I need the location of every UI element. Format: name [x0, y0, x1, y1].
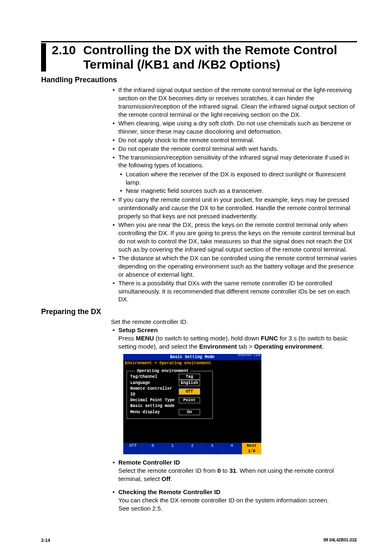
handling-precautions-heading: Handling Precautions: [41, 76, 357, 84]
list-item: If you carry the remote control unit in …: [111, 196, 357, 220]
doc-id: IM 04L42B01-01E: [323, 538, 357, 543]
list-item: Location where the receiver of the DX is…: [118, 170, 357, 187]
section-number: 2.10: [52, 43, 76, 58]
ethernet-link-icon: Ethernet Link: [238, 354, 261, 357]
setup-screen-heading: Setup Screen: [118, 326, 158, 333]
precautions-list: If the infrared signal output section of…: [111, 86, 357, 303]
list-item: When cleaning, wipe using a dry soft clo…: [111, 119, 357, 136]
softkey: 4: [222, 443, 242, 455]
list-item: Do not apply shock to the remote control…: [111, 136, 357, 144]
precautions-sublist: Location where the receiver of the DX is…: [118, 170, 357, 195]
prep-intro: Set the remote controller ID.: [111, 318, 357, 326]
softkey: 0: [143, 443, 163, 455]
scr-group-box: Operating environment Tag/ChannelTag Lan…: [127, 371, 213, 419]
remote-controller-id-heading: Remote Controller ID: [118, 459, 180, 466]
list-item: The transmission/reception sensitivity o…: [111, 153, 357, 195]
softkey: 2: [182, 443, 202, 455]
softkey: Off: [123, 443, 143, 455]
scr-breadcrumb: Environment > Operating environment: [123, 360, 261, 366]
page-footer: 2-14 IM 04L42B01-01E: [0, 538, 392, 543]
remote-controller-id-item: Remote Controller ID Select the remote c…: [111, 458, 357, 483]
title-bar-icon: [41, 43, 46, 72]
remote-controller-id-field: Off: [179, 388, 200, 395]
softkey-next: Next 1/6: [242, 443, 261, 455]
section-title: Controlling the DX with the Remote Contr…: [83, 43, 357, 72]
top-rule: [41, 41, 357, 42]
page-number: 2-14: [41, 538, 50, 543]
preparing-dx-heading: Preparing the DX: [41, 308, 357, 316]
list-item: There is a possibility that DXs with the…: [111, 279, 357, 304]
section-title-row: 2.10 Controlling the DX with the Remote …: [41, 43, 357, 72]
list-item: Near magnetic field sources such as a tr…: [118, 187, 357, 195]
scr-body: Operating environment Tag/ChannelTag Lan…: [123, 367, 261, 443]
softkey: 3: [203, 443, 222, 455]
list-item: The distance at which the DX can be cont…: [111, 254, 357, 279]
softkey: 1: [163, 443, 182, 455]
dx-screenshot: Basic Setting Mode Ethernet Link Environ…: [123, 354, 261, 454]
prep-list: Setup Screen Press MENU (to switch to se…: [111, 326, 357, 513]
checking-remote-controller-id-item: Checking the Remote Controller ID You ca…: [111, 488, 357, 513]
list-item: If the infrared signal output section of…: [111, 86, 357, 119]
checking-remote-controller-id-heading: Checking the Remote Controller ID: [118, 488, 220, 495]
scr-title-bar: Basic Setting Mode Ethernet Link: [123, 354, 261, 360]
scr-footer: Off 0 1 2 3 4 Next 1/6: [123, 443, 261, 455]
list-item: Do not operate the remote control termin…: [111, 145, 357, 153]
list-item: When you are near the DX, press the keys…: [111, 221, 357, 254]
setup-screen-item: Setup Screen Press MENU (to switch to se…: [111, 326, 357, 454]
